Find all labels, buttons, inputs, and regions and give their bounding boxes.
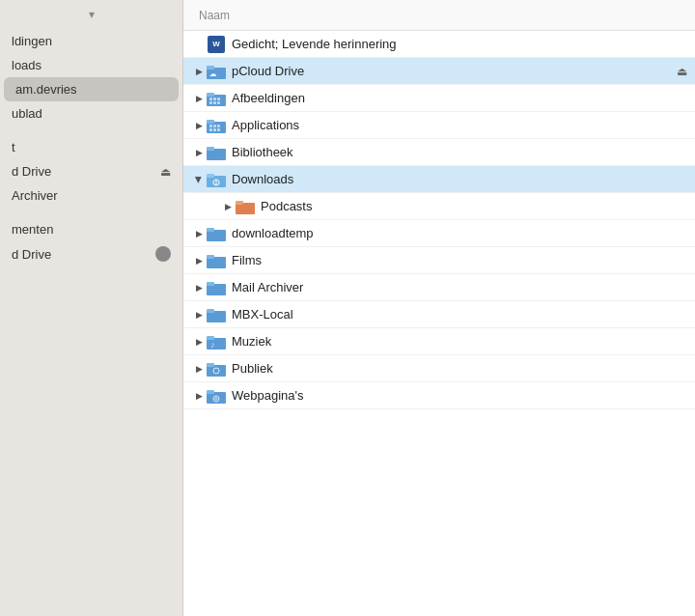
file-row[interactable]: ▶ Bibliotheek (183, 139, 695, 166)
svg-rect-39 (207, 363, 214, 367)
svg-rect-34 (207, 309, 214, 313)
word-file-icon: W (207, 35, 226, 54)
file-row[interactable]: ▶ ☁ pCloud Drive ⏏ (183, 58, 695, 85)
sidebar-item-downloads[interactable]: loads (0, 53, 182, 77)
column-header-title: Naam (199, 9, 230, 22)
file-name: Mail Archiver (232, 280, 303, 294)
file-name: Afbeeldingen (232, 91, 305, 105)
file-name: MBX-Local (232, 307, 293, 322)
sidebar-item-home[interactable]: am.devries (4, 77, 179, 101)
file-name: Webpagina's (232, 388, 304, 403)
file-name: Publiek (232, 361, 273, 376)
folder-icon (207, 89, 226, 108)
sidebar: ▾ ldingen loads am.devries ublad t d Dri… (0, 0, 183, 616)
file-row[interactable]: ▶ Afbeeldingen (183, 85, 695, 112)
drive-status-icon (155, 246, 171, 262)
downloadtemp-folder-icon (207, 224, 226, 243)
sidebar-item-label: loads (12, 58, 42, 72)
svg-rect-9 (213, 101, 216, 104)
svg-rect-13 (209, 125, 212, 127)
muziek-folder-icon: ♪ (207, 332, 226, 351)
sidebar-item-label: Archiver (12, 188, 58, 203)
expand-arrow[interactable]: ▶ (191, 253, 207, 268)
svg-rect-42 (207, 390, 214, 394)
bibliotheek-folder-icon (207, 143, 226, 162)
file-name: pCloud Drive (232, 64, 304, 78)
svg-rect-8 (209, 101, 212, 104)
file-list: ▶ W Gedicht; Levende herinnering ▶ ☁ pCl… (183, 31, 695, 616)
svg-rect-28 (207, 228, 214, 232)
file-name: Podcasts (261, 199, 312, 213)
sidebar-item-label: t (12, 140, 15, 154)
file-row[interactable]: ▶ ♪ Muziek (183, 328, 695, 355)
expand-arrow[interactable]: ▶ (191, 307, 207, 322)
sidebar-item-documenten2[interactable]: menten (0, 217, 182, 241)
eject-button[interactable]: ⏏ (677, 65, 687, 78)
svg-text:♪: ♪ (210, 340, 215, 350)
file-row[interactable]: ▶ W Gedicht; Levende herinnering (183, 31, 695, 58)
file-row[interactable]: ▶ Publiek (183, 355, 695, 382)
file-name: Bibliotheek (232, 145, 293, 159)
sidebar-item-bureaublad[interactable]: ublad (0, 101, 182, 126)
expand-arrow[interactable]: ▶ (191, 361, 207, 377)
applications-folder-icon (207, 116, 226, 135)
podcasts-folder-icon (236, 197, 255, 216)
expand-arrow[interactable]: ▶ (191, 280, 207, 295)
expand-arrow[interactable]: ▶ (220, 199, 236, 214)
mailarchiver-folder-icon (207, 278, 226, 297)
file-row[interactable]: ▶ Downloads (183, 166, 695, 193)
svg-rect-5 (209, 98, 212, 100)
file-row[interactable]: ▶ MBX-Local (183, 301, 695, 328)
svg-rect-26 (236, 201, 243, 205)
sidebar-item-documenten[interactable]: t (0, 135, 182, 159)
expand-arrow[interactable]: ▶ (191, 388, 207, 404)
file-row[interactable]: ▶ Films (183, 247, 695, 274)
chevron-down-icon: ▾ (89, 8, 95, 21)
expand-arrow[interactable]: ▶ (191, 145, 207, 160)
file-name: Downloads (232, 172, 293, 186)
file-row[interactable]: ▶ Webpagina's (183, 382, 695, 409)
downloads-folder-icon (207, 170, 226, 189)
expand-arrow[interactable]: ▶ (191, 334, 207, 350)
file-name: Muziek (232, 334, 271, 349)
svg-rect-16 (209, 128, 212, 131)
svg-rect-10 (217, 101, 220, 104)
svg-rect-30 (207, 255, 214, 259)
expand-arrow[interactable]: ▶ (191, 226, 207, 241)
file-row[interactable]: ▶ Podcasts (183, 193, 695, 220)
sidebar-item-afbeeldingen[interactable]: ldingen (0, 29, 182, 53)
file-row[interactable]: ▶ downloadtemp (183, 220, 695, 247)
svg-rect-7 (217, 98, 220, 100)
word-icon: W (208, 36, 225, 53)
expand-arrow[interactable]: ▶ (191, 172, 207, 187)
file-name: Gedicht; Levende herinnering (232, 37, 397, 51)
svg-rect-22 (207, 174, 214, 178)
publiek-folder-icon (207, 359, 226, 378)
file-row[interactable]: ▶ Mail Archiver (183, 274, 695, 301)
svg-rect-20 (207, 147, 214, 151)
sidebar-item-label: menten (12, 222, 53, 237)
main-content: Naam ▶ W Gedicht; Levende herinnering ▶ … (183, 0, 695, 616)
expand-arrow[interactable]: ▶ (191, 64, 207, 79)
file-name: Applications (232, 118, 299, 132)
svg-rect-32 (207, 282, 214, 286)
expand-arrow[interactable]: ▶ (191, 91, 207, 106)
sidebar-collapse-button[interactable]: ▾ (0, 0, 182, 29)
expand-arrow[interactable]: ▶ (191, 118, 207, 133)
svg-text:☁: ☁ (209, 70, 216, 77)
sidebar-item-drive2[interactable]: d Drive (0, 241, 182, 266)
eject-icon[interactable]: ⏏ (160, 165, 171, 179)
sidebar-item-mail-archiver[interactable]: Archiver (0, 183, 182, 208)
sidebar-item-pcloud[interactable]: d Drive ⏏ (0, 159, 182, 183)
mbxlocal-folder-icon (207, 305, 226, 324)
file-name: Films (232, 253, 262, 267)
svg-rect-1 (207, 66, 214, 70)
films-folder-icon (207, 251, 226, 270)
sidebar-item-label: d Drive (12, 247, 51, 262)
svg-rect-15 (217, 125, 220, 127)
sidebar-item-label: d Drive (12, 164, 51, 179)
sidebar-item-label: ldingen (12, 34, 52, 48)
svg-rect-4 (207, 93, 214, 97)
file-row[interactable]: ▶ Applications (183, 112, 695, 139)
webpaginas-folder-icon (207, 386, 226, 406)
